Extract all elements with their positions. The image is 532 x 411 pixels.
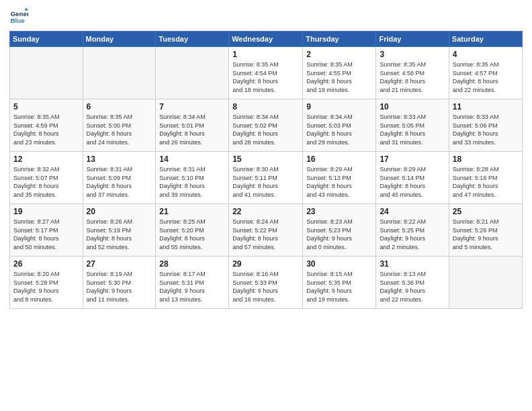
calendar-cell: 21Sunrise: 8:25 AM Sunset: 5:20 PM Dayli… xyxy=(156,204,229,257)
calendar-cell: 3Sunrise: 8:35 AM Sunset: 4:56 PM Daylig… xyxy=(376,47,449,99)
calendar-cell xyxy=(156,47,229,99)
day-number: 18 xyxy=(453,154,519,164)
day-detail: Sunrise: 8:20 AM Sunset: 5:28 PM Dayligh… xyxy=(13,270,79,304)
day-number: 19 xyxy=(13,207,79,216)
day-number: 6 xyxy=(87,102,152,111)
day-number: 21 xyxy=(159,207,225,216)
day-detail: Sunrise: 8:35 AM Sunset: 4:54 PM Dayligh… xyxy=(232,60,299,94)
day-detail: Sunrise: 8:22 AM Sunset: 5:25 PM Dayligh… xyxy=(380,218,445,251)
week-row-3: 19Sunrise: 8:27 AM Sunset: 5:17 PM Dayli… xyxy=(10,204,523,257)
day-number: 20 xyxy=(87,207,152,216)
calendar-cell: 28Sunrise: 8:17 AM Sunset: 5:31 PM Dayli… xyxy=(156,257,229,309)
day-detail: Sunrise: 8:35 AM Sunset: 5:00 PM Dayligh… xyxy=(87,113,152,146)
day-detail: Sunrise: 8:15 AM Sunset: 5:35 PM Dayligh… xyxy=(306,270,372,304)
calendar-cell: 1Sunrise: 8:35 AM Sunset: 4:54 PM Daylig… xyxy=(229,47,303,99)
calendar-cell: 25Sunrise: 8:21 AM Sunset: 5:26 PM Dayli… xyxy=(449,204,522,257)
day-number: 3 xyxy=(380,50,445,59)
calendar-cell: 20Sunrise: 8:26 AM Sunset: 5:19 PM Dayli… xyxy=(83,204,156,257)
day-detail: Sunrise: 8:31 AM Sunset: 5:09 PM Dayligh… xyxy=(87,165,152,199)
day-number: 7 xyxy=(159,102,225,111)
day-number: 15 xyxy=(232,154,299,164)
weekday-header-thursday: Thursday xyxy=(303,32,376,47)
day-detail: Sunrise: 8:35 AM Sunset: 4:55 PM Dayligh… xyxy=(306,60,372,94)
calendar-cell: 26Sunrise: 8:20 AM Sunset: 5:28 PM Dayli… xyxy=(10,257,83,309)
day-number: 10 xyxy=(380,102,445,111)
day-number: 12 xyxy=(13,154,79,164)
day-detail: Sunrise: 8:33 AM Sunset: 5:05 PM Dayligh… xyxy=(380,113,445,146)
calendar-cell: 27Sunrise: 8:19 AM Sunset: 5:30 PM Dayli… xyxy=(83,257,156,309)
day-detail: Sunrise: 8:35 AM Sunset: 4:56 PM Dayligh… xyxy=(380,60,445,94)
day-number: 22 xyxy=(232,207,299,216)
calendar-cell xyxy=(10,47,83,99)
day-number: 2 xyxy=(306,50,372,59)
calendar-cell: 13Sunrise: 8:31 AM Sunset: 5:09 PM Dayli… xyxy=(83,152,156,204)
day-detail: Sunrise: 8:35 AM Sunset: 4:59 PM Dayligh… xyxy=(13,113,79,146)
calendar-cell: 7Sunrise: 8:34 AM Sunset: 5:01 PM Daylig… xyxy=(156,99,229,152)
day-detail: Sunrise: 8:23 AM Sunset: 5:23 PM Dayligh… xyxy=(306,218,372,251)
day-detail: Sunrise: 8:19 AM Sunset: 5:30 PM Dayligh… xyxy=(87,270,152,304)
calendar-cell: 8Sunrise: 8:34 AM Sunset: 5:02 PM Daylig… xyxy=(229,99,303,152)
svg-text:Blue: Blue xyxy=(10,17,25,24)
day-detail: Sunrise: 8:24 AM Sunset: 5:22 PM Dayligh… xyxy=(232,218,299,251)
logo-icon: General Blue xyxy=(9,7,28,26)
day-number: 25 xyxy=(453,207,519,216)
day-number: 4 xyxy=(453,50,519,59)
week-row-1: 5Sunrise: 8:35 AM Sunset: 4:59 PM Daylig… xyxy=(10,99,523,152)
calendar-table: SundayMondayTuesdayWednesdayThursdayFrid… xyxy=(9,31,523,309)
day-number: 23 xyxy=(306,207,372,216)
day-detail: Sunrise: 8:25 AM Sunset: 5:20 PM Dayligh… xyxy=(159,218,225,251)
calendar-cell: 19Sunrise: 8:27 AM Sunset: 5:17 PM Dayli… xyxy=(10,204,83,257)
day-detail: Sunrise: 8:16 AM Sunset: 5:33 PM Dayligh… xyxy=(232,270,299,304)
day-number: 5 xyxy=(13,102,79,111)
calendar-cell: 4Sunrise: 8:35 AM Sunset: 4:57 PM Daylig… xyxy=(449,47,522,99)
day-detail: Sunrise: 8:29 AM Sunset: 5:14 PM Dayligh… xyxy=(380,165,445,199)
day-number: 31 xyxy=(380,259,445,269)
day-number: 27 xyxy=(87,259,152,269)
day-detail: Sunrise: 8:28 AM Sunset: 5:16 PM Dayligh… xyxy=(453,165,519,199)
day-detail: Sunrise: 8:27 AM Sunset: 5:17 PM Dayligh… xyxy=(13,218,79,251)
calendar-cell: 15Sunrise: 8:30 AM Sunset: 5:11 PM Dayli… xyxy=(229,152,303,204)
calendar-cell: 11Sunrise: 8:33 AM Sunset: 5:06 PM Dayli… xyxy=(449,99,522,152)
day-detail: Sunrise: 8:34 AM Sunset: 5:01 PM Dayligh… xyxy=(159,113,225,146)
day-number: 11 xyxy=(453,102,519,111)
day-number: 30 xyxy=(306,259,372,269)
day-number: 24 xyxy=(380,207,445,216)
day-number: 29 xyxy=(232,259,299,269)
weekday-header-row: SundayMondayTuesdayWednesdayThursdayFrid… xyxy=(10,32,523,47)
weekday-header-tuesday: Tuesday xyxy=(156,32,229,47)
day-number: 26 xyxy=(13,259,79,269)
day-number: 9 xyxy=(306,102,372,111)
day-number: 14 xyxy=(159,154,225,164)
day-detail: Sunrise: 8:32 AM Sunset: 5:07 PM Dayligh… xyxy=(13,165,79,199)
calendar-cell: 30Sunrise: 8:15 AM Sunset: 5:35 PM Dayli… xyxy=(303,257,376,309)
weekday-header-saturday: Saturday xyxy=(449,32,522,47)
day-detail: Sunrise: 8:17 AM Sunset: 5:31 PM Dayligh… xyxy=(159,270,225,304)
day-detail: Sunrise: 8:26 AM Sunset: 5:19 PM Dayligh… xyxy=(87,218,152,251)
day-number: 8 xyxy=(232,102,299,111)
calendar-cell: 29Sunrise: 8:16 AM Sunset: 5:33 PM Dayli… xyxy=(229,257,303,309)
calendar-cell: 5Sunrise: 8:35 AM Sunset: 4:59 PM Daylig… xyxy=(10,99,83,152)
day-number: 17 xyxy=(380,154,445,164)
calendar-cell: 16Sunrise: 8:29 AM Sunset: 5:13 PM Dayli… xyxy=(303,152,376,204)
day-detail: Sunrise: 8:33 AM Sunset: 5:06 PM Dayligh… xyxy=(453,113,519,146)
day-detail: Sunrise: 8:31 AM Sunset: 5:10 PM Dayligh… xyxy=(159,165,225,199)
calendar-cell: 18Sunrise: 8:28 AM Sunset: 5:16 PM Dayli… xyxy=(449,152,522,204)
calendar-cell: 22Sunrise: 8:24 AM Sunset: 5:22 PM Dayli… xyxy=(229,204,303,257)
calendar-cell: 14Sunrise: 8:31 AM Sunset: 5:10 PM Dayli… xyxy=(156,152,229,204)
weekday-header-wednesday: Wednesday xyxy=(229,32,303,47)
day-detail: Sunrise: 8:34 AM Sunset: 5:02 PM Dayligh… xyxy=(232,113,299,146)
calendar-page: General Blue SundayMondayTuesdayWednesda… xyxy=(0,0,532,411)
day-detail: Sunrise: 8:29 AM Sunset: 5:13 PM Dayligh… xyxy=(306,165,372,199)
day-number: 16 xyxy=(306,154,372,164)
calendar-cell: 24Sunrise: 8:22 AM Sunset: 5:25 PM Dayli… xyxy=(376,204,449,257)
calendar-cell: 10Sunrise: 8:33 AM Sunset: 5:05 PM Dayli… xyxy=(376,99,449,152)
calendar-cell: 6Sunrise: 8:35 AM Sunset: 5:00 PM Daylig… xyxy=(83,99,156,152)
day-detail: Sunrise: 8:34 AM Sunset: 5:03 PM Dayligh… xyxy=(306,113,372,146)
day-detail: Sunrise: 8:30 AM Sunset: 5:11 PM Dayligh… xyxy=(232,165,299,199)
day-detail: Sunrise: 8:35 AM Sunset: 4:57 PM Dayligh… xyxy=(453,60,519,94)
svg-marker-2 xyxy=(24,7,28,10)
day-detail: Sunrise: 8:21 AM Sunset: 5:26 PM Dayligh… xyxy=(453,218,519,251)
header: General Blue xyxy=(9,7,523,26)
day-number: 28 xyxy=(159,259,225,269)
day-number: 13 xyxy=(87,154,152,164)
